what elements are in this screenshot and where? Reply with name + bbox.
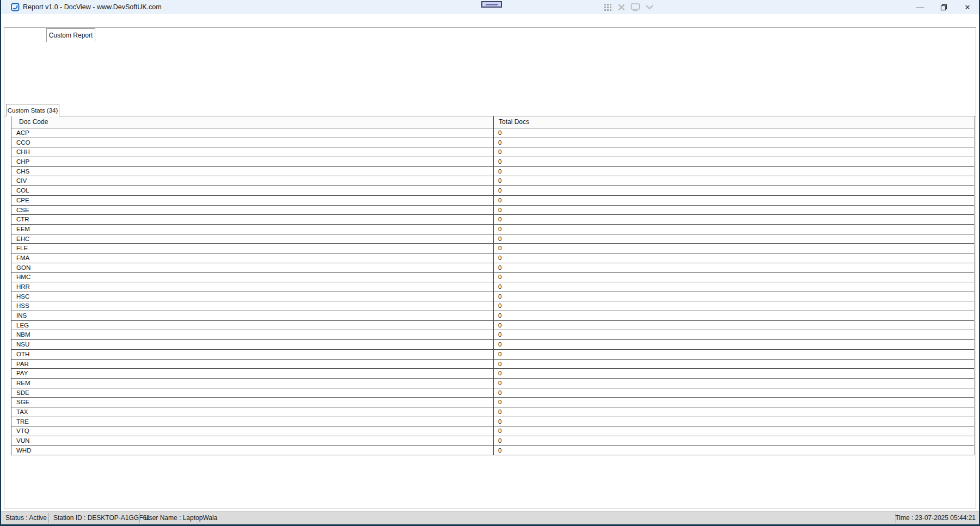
doc-code-cell: INS — [11, 311, 494, 320]
table-row[interactable]: CHP0 — [11, 157, 974, 167]
monitor-icon[interactable] — [630, 3, 640, 11]
doc-code-cell: ACP — [11, 128, 494, 138]
total-docs-cell: 0 — [494, 446, 974, 455]
doc-code-cell: NBM — [11, 330, 494, 339]
tab-custom-stats[interactable]: Custom Stats (34) — [6, 104, 59, 116]
total-docs-cell: 0 — [494, 398, 974, 407]
total-docs-cell: 0 — [494, 128, 974, 138]
tab-custom-report[interactable]: Custom Report — [46, 28, 95, 42]
table-row[interactable]: COL0 — [11, 186, 974, 196]
total-docs-cell: 0 — [494, 417, 974, 426]
table-row[interactable]: CCO0 — [11, 138, 974, 148]
doc-code-cell: LEG — [11, 321, 494, 330]
table-row[interactable]: CHS0 — [11, 167, 974, 177]
table-row[interactable]: CIV0 — [11, 176, 974, 186]
total-docs-cell: 0 — [494, 340, 974, 349]
resize-cross-icon[interactable] — [617, 3, 626, 11]
table-row[interactable]: SDE0 — [11, 388, 974, 398]
table-row[interactable]: INS0 — [11, 311, 974, 321]
titlebar-overlay-widget[interactable] — [481, 1, 502, 8]
doc-code-cell: CTR — [11, 215, 494, 224]
doc-code-cell: EEM — [11, 225, 494, 234]
total-docs-cell: 0 — [494, 301, 974, 311]
table-row[interactable]: HSS0 — [11, 301, 974, 311]
doc-code-cell: REM — [11, 379, 494, 388]
doc-code-cell: VTQ — [11, 426, 494, 436]
table-row[interactable]: CSE0 — [11, 206, 974, 215]
table-row[interactable]: LEG0 — [11, 321, 974, 331]
table-row[interactable]: CTR0 — [11, 215, 974, 225]
table-row[interactable]: HMC0 — [11, 273, 974, 282]
doc-code-cell: FMA — [11, 253, 494, 263]
doc-code-cell: VUN — [11, 436, 494, 445]
total-docs-cell: 0 — [494, 321, 974, 330]
table-row[interactable]: TRE0 — [11, 417, 974, 427]
doc-code-cell: NSU — [11, 340, 494, 349]
station-id-label: Station ID : DESKTOP-A1GGF6L — [53, 511, 150, 525]
table-row[interactable]: ACP0 — [11, 128, 974, 138]
doc-code-cell: GON — [11, 263, 494, 273]
table-row[interactable]: REM0 — [11, 379, 974, 388]
app-icon[interactable] — [11, 3, 20, 11]
doc-code-cell: CPE — [11, 196, 494, 205]
doc-code-cell: CIV — [11, 176, 494, 185]
total-docs-cell: 0 — [494, 176, 974, 185]
doc-code-cell: OTH — [11, 350, 494, 359]
total-docs-cell: 0 — [494, 292, 974, 301]
user-name-label: User Name : LaptopWala — [144, 511, 217, 525]
total-docs-cell: 0 — [494, 360, 974, 369]
minimize-button[interactable]: — — [912, 0, 928, 14]
table-row[interactable]: EHC0 — [11, 234, 974, 244]
close-button[interactable]: ✕ — [959, 0, 976, 14]
total-docs-cell: 0 — [494, 234, 974, 244]
statusbar: Status : Active Station ID : DESKTOP-A1G… — [1, 511, 979, 524]
total-docs-cell: 0 — [494, 196, 974, 205]
table-row[interactable]: CPE0 — [11, 196, 974, 206]
total-docs-cell: 0 — [494, 282, 974, 292]
total-docs-cell: 0 — [494, 350, 974, 359]
doc-code-cell: SDE — [11, 388, 494, 398]
table-row[interactable]: OTH0 — [11, 350, 974, 360]
doc-code-cell: PAY — [11, 369, 494, 378]
total-docs-cell: 0 — [494, 330, 974, 339]
table-row[interactable]: PAR0 — [11, 360, 974, 369]
time-label: Time : 23-07-2025 05:44:21 — [895, 511, 976, 525]
table-row[interactable]: VUN0 — [11, 436, 974, 446]
table-row[interactable]: WHD0 — [11, 446, 974, 456]
doc-code-cell: HSC — [11, 292, 494, 301]
table-row[interactable]: GON0 — [11, 263, 974, 273]
total-docs-cell: 0 — [494, 407, 974, 417]
doc-code-cell: TAX — [11, 407, 494, 417]
table-row[interactable]: FLE0 — [11, 244, 974, 253]
doc-code-cell: CCO — [11, 138, 494, 147]
table-row[interactable]: HRR0 — [11, 282, 974, 292]
status-label: Status : Active — [5, 511, 47, 525]
doc-code-cell: CHS — [11, 167, 494, 176]
column-header-doc-code[interactable]: Doc Code — [11, 116, 494, 128]
table-header-row: Doc Code Total Docs — [11, 116, 974, 128]
table-row[interactable]: EEM0 — [11, 225, 974, 234]
table-row[interactable]: PAY0 — [11, 369, 974, 379]
table-row[interactable]: TAX0 — [11, 407, 974, 417]
restore-button[interactable] — [935, 0, 952, 14]
total-docs-cell: 0 — [494, 436, 974, 445]
total-docs-cell: 0 — [494, 311, 974, 320]
doc-code-cell: EHC — [11, 234, 494, 244]
table-row[interactable]: NBM0 — [11, 330, 974, 340]
table-row[interactable]: HSC0 — [11, 292, 974, 302]
total-docs-cell: 0 — [494, 225, 974, 234]
total-docs-cell: 0 — [494, 379, 974, 388]
table-row[interactable]: VTQ0 — [11, 426, 974, 436]
chevron-down-icon[interactable] — [645, 4, 654, 10]
table-row[interactable]: FMA0 — [11, 253, 974, 263]
column-header-total-docs[interactable]: Total Docs — [494, 116, 974, 128]
doc-code-cell: HRR — [11, 282, 494, 292]
table-body: ACP0CCO0CHH0CHP0CHS0CIV0COL0CPE0CSE0CTR0… — [11, 128, 974, 455]
doc-code-cell: PAR — [11, 360, 494, 369]
table-row[interactable]: SGE0 — [11, 398, 974, 407]
main-tabstrip: Filter Options Custom Report — [0, 14, 980, 27]
table-row[interactable]: NSU0 — [11, 340, 974, 350]
grid-icon[interactable] — [603, 3, 612, 12]
table-row[interactable]: CHH0 — [11, 147, 974, 157]
total-docs-cell: 0 — [494, 157, 974, 166]
